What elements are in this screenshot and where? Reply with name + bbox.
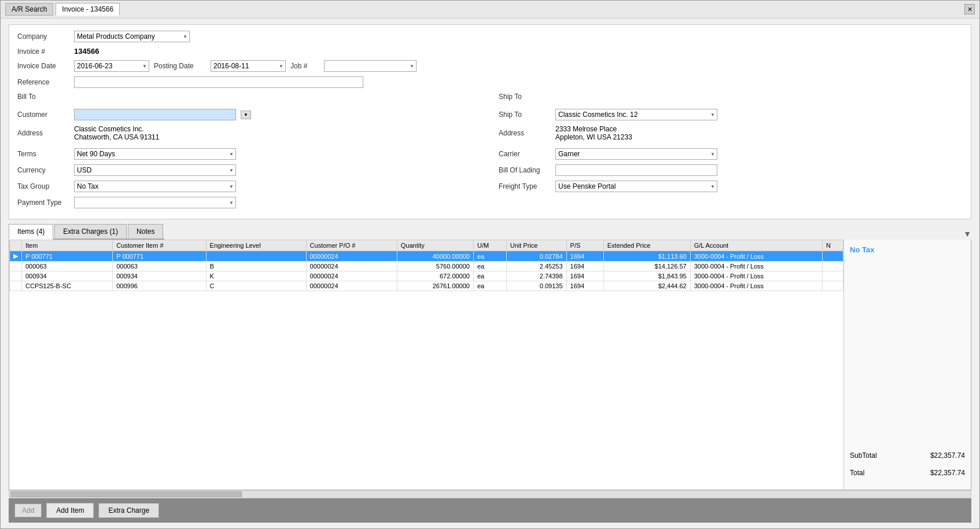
payment-type-select[interactable] [74, 197, 236, 208]
terms-label: Terms [17, 150, 69, 158]
customer-dropdown-btn[interactable]: ▼ [241, 111, 251, 119]
posting-date-select[interactable]: 2016-08-11 [211, 60, 286, 72]
payment-type-row: Payment Type [17, 197, 481, 208]
ship-to-row: Ship To Classic Cosmetics Inc. 12 [499, 109, 963, 120]
posting-date-label: Posting Date [154, 62, 206, 70]
reference-input[interactable] [74, 76, 363, 88]
add-button[interactable]: Add [14, 504, 42, 517]
company-select[interactable]: Metal Products Company [74, 31, 190, 42]
reference-row: Reference [17, 76, 963, 88]
customer-label: Customer [17, 111, 69, 119]
total-label: Total [850, 469, 864, 477]
total-line: Total $22,357.74 [850, 469, 965, 477]
bottom-bar: Add Add Item Extra Charge [9, 498, 971, 523]
col-n: N [823, 240, 843, 251]
carrier-select[interactable]: Garner [555, 148, 717, 160]
table-row[interactable]: 000063000063B000000245760.00000ea2.45253… [10, 262, 843, 271]
tab-ar-search[interactable]: A/R Search [5, 3, 53, 16]
close-button[interactable]: ✕ [964, 4, 975, 14]
ship-to-select[interactable]: Classic Cosmetics Inc. 12 [555, 109, 717, 120]
col-customer-item: Customer Item # [113, 240, 206, 251]
col-eng-level: Engineering Level [206, 240, 306, 251]
freight-type-select[interactable]: Use Penske Portal [555, 181, 717, 192]
invoice-date-wrapper: 2016-06-23 [74, 60, 149, 72]
tax-group-label: Tax Group [17, 182, 69, 190]
col-item: Item [22, 240, 113, 251]
dates-row: Invoice Date 2016-06-23 Posting Date 201… [17, 60, 963, 72]
bill-ship-section: Bill To Customer Classic Cosmetics Inc. … [17, 93, 963, 213]
tab-content: Item Customer Item # Engineering Level C… [9, 240, 971, 490]
tax-group-wrapper: No Tax [74, 181, 236, 192]
main-content: Company Metal Products Company Invoice #… [1, 19, 979, 528]
customer-row: Customer Classic Cosmetics Inc. ▼ [17, 109, 481, 120]
tab-invoice[interactable]: Invoice - 134566 [56, 3, 120, 16]
posting-date-wrapper: 2016-08-11 [211, 60, 286, 72]
job-wrapper [324, 60, 417, 72]
bill-address-row: Address Classic Cosmetics Inc. Chatswort… [17, 125, 481, 141]
bill-of-lading-input[interactable] [555, 164, 717, 176]
scrollbar-thumb[interactable] [10, 491, 242, 497]
job-label: Job # [290, 62, 319, 70]
col-gl-account: G/L Account [690, 240, 822, 251]
bill-to-title: Bill To [17, 93, 36, 101]
tab-scroll-btn[interactable]: ▼ [963, 229, 971, 238]
table-row[interactable]: ▶P 000771P 0007710000002440000.00000ea0.… [10, 251, 843, 262]
main-window: A/R Search Invoice - 134566 ✕ Company Me… [0, 0, 980, 529]
currency-select[interactable]: USD [74, 164, 236, 176]
invoice-number: 134566 [74, 47, 99, 56]
currency-wrapper: USD [74, 164, 236, 176]
bill-of-lading-row: Bill Of Lading [499, 164, 963, 176]
ship-to-title-row: Ship To [499, 93, 963, 104]
bill-address-text: Classic Cosmetics Inc. Chatsworth, CA US… [74, 125, 159, 141]
col-arrow [10, 240, 22, 251]
tab-items[interactable]: Items (4) [9, 224, 53, 240]
ship-to-label: Ship To [499, 111, 551, 119]
invoice-date-select[interactable]: 2016-06-23 [74, 60, 149, 72]
tabs-area: Items (4) Extra Charges (1) Notes ▼ Item… [9, 224, 971, 498]
job-select[interactable] [324, 60, 417, 72]
horizontal-scrollbar[interactable] [9, 490, 971, 498]
total-value: $22,357.74 [930, 469, 965, 477]
col-ps: P/S [566, 240, 603, 251]
extra-charge-button[interactable]: Extra Charge [98, 503, 159, 518]
carrier-row: Carrier Garner [499, 148, 963, 160]
col-customer-po: Customer P/O # [306, 240, 397, 251]
customer-input[interactable]: Classic Cosmetics Inc. [74, 109, 236, 120]
ship-to-title: Ship To [499, 93, 522, 101]
terms-select[interactable]: Net 90 Days [74, 148, 236, 160]
freight-type-row: Freight Type Use Penske Portal [499, 181, 963, 192]
no-tax-label: No Tax [850, 245, 965, 254]
currency-row: Currency USD [17, 164, 481, 176]
title-bar: A/R Search Invoice - 134566 ✕ [1, 1, 979, 19]
side-panel: No Tax SubTotal $22,357.74 Total $22,357… [843, 240, 971, 490]
table-row[interactable]: CCPS125-B-SC000996C0000002426761.00000ea… [10, 281, 843, 291]
invoice-row: Invoice # 134566 [17, 47, 963, 56]
terms-wrapper: Net 90 Days [74, 148, 236, 160]
tax-group-select[interactable]: No Tax [74, 181, 236, 192]
tab-extra-charges[interactable]: Extra Charges (1) [54, 224, 127, 238]
payment-type-label: Payment Type [17, 199, 69, 207]
ship-to-wrapper: Classic Cosmetics Inc. 12 [555, 109, 717, 120]
payment-type-wrapper [74, 197, 236, 208]
table-row[interactable]: 000934000934K00000024672.00000ea2.743981… [10, 271, 843, 281]
col-ext-price: Extended Price [603, 240, 690, 251]
title-tabs: A/R Search Invoice - 134566 [5, 3, 120, 16]
bill-address-label: Address [17, 129, 69, 137]
tab-bar: Items (4) Extra Charges (1) Notes [9, 224, 164, 240]
subtotal-line: SubTotal $22,357.74 [850, 451, 965, 460]
currency-label: Currency [17, 166, 69, 174]
ship-address-label: Address [499, 129, 551, 137]
col-quantity: Quantity [397, 240, 473, 251]
freight-type-label: Freight Type [499, 182, 551, 190]
add-item-button[interactable]: Add Item [46, 503, 94, 518]
company-label: Company [17, 32, 69, 41]
tax-group-row: Tax Group No Tax [17, 181, 481, 192]
tab-notes[interactable]: Notes [128, 224, 163, 238]
freight-type-wrapper: Use Penske Portal [555, 181, 717, 192]
table-area[interactable]: Item Customer Item # Engineering Level C… [9, 240, 843, 490]
ship-to-section: Ship To Ship To Classic Cosmetics Inc. 1… [499, 93, 963, 213]
ship-address-text: 2333 Melrose Place Appleton, WI USA 2123… [555, 125, 632, 141]
reference-label: Reference [17, 78, 69, 86]
table-header-row: Item Customer Item # Engineering Level C… [10, 240, 843, 251]
invoice-date-label: Invoice Date [17, 62, 69, 70]
